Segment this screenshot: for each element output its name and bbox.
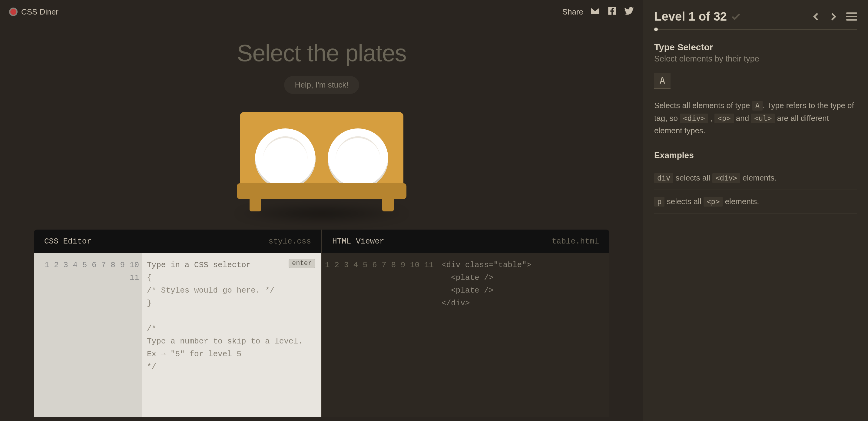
plate[interactable]	[255, 128, 316, 189]
selector-description: Selects all elements of type A. Type ref…	[654, 99, 857, 137]
css-editor-title: CSS Editor	[44, 237, 91, 246]
selector-title: Type Selector	[654, 42, 857, 52]
next-level-icon[interactable]	[829, 12, 838, 22]
check-icon	[731, 11, 741, 22]
css-code-area[interactable]: { /* Styles would go here. */ } /* Type …	[142, 253, 321, 417]
prev-level-icon[interactable]	[811, 12, 821, 22]
html-viewer-title: HTML Viewer	[332, 237, 384, 246]
css-line-gutter: 1 2 3 4 5 6 7 8 9 10 11	[34, 253, 142, 417]
logo-icon	[9, 7, 18, 16]
selector-syntax: A	[654, 73, 671, 89]
mail-icon[interactable]	[590, 6, 600, 18]
level-indicator: Level 1 of 32	[654, 10, 741, 23]
menu-icon[interactable]	[846, 12, 857, 21]
help-button[interactable]: Help, I'm stuck!	[284, 76, 360, 94]
html-code-area: <div class="table"> <plate /> <plate /> …	[437, 253, 609, 417]
plate[interactable]	[328, 128, 388, 189]
html-filename: table.html	[552, 237, 599, 246]
app-logo[interactable]: CSS Diner	[9, 7, 58, 17]
facebook-icon[interactable]	[607, 6, 617, 18]
share-label: Share	[562, 7, 583, 17]
enter-button[interactable]: enter	[289, 259, 315, 268]
example-row: div selects all <div> elements.	[654, 166, 857, 190]
selector-subtitle: Select elements by their type	[654, 54, 857, 64]
twitter-icon[interactable]	[624, 6, 634, 18]
html-line-gutter: 1 2 3 4 5 6 7 8 9 10 11	[322, 253, 437, 417]
app-name: CSS Diner	[21, 7, 58, 17]
css-filename: style.css	[269, 237, 311, 246]
game-table	[228, 112, 415, 215]
examples-heading: Examples	[654, 151, 857, 160]
task-title: Select the plates	[0, 39, 643, 67]
level-progress	[654, 29, 857, 30]
example-row: p selects all <p> elements.	[654, 190, 857, 214]
